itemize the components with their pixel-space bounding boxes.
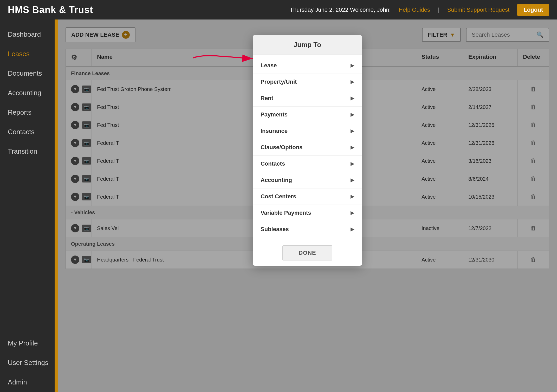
modal-item-accounting-label: Accounting [261, 177, 292, 184]
red-arrow-svg [190, 50, 258, 66]
gold-border [55, 19, 58, 392]
modal-item-rent-arrow: ▶ [351, 95, 354, 101]
modal-item-contacts-label: Contacts [261, 160, 285, 167]
modal-item-variablepayments[interactable]: Variable Payments ▶ [253, 205, 362, 221]
modal-item-variablepayments-label: Variable Payments [261, 210, 311, 216]
jump-to-modal: Jump To Lease ▶ Property/Unit ▶ Rent ▶ [253, 35, 362, 266]
modal-item-payments-arrow: ▶ [351, 112, 354, 117]
modal-item-insurance-label: Insurance [261, 128, 288, 134]
sidebar-item-admin[interactable]: Admin [0, 373, 55, 392]
sidebar-item-usersettings[interactable]: User Settings [0, 353, 55, 373]
modal-item-propertyunit-arrow: ▶ [351, 79, 354, 85]
modal-item-accounting[interactable]: Accounting ▶ [253, 172, 362, 188]
modal-item-costcenters-label: Cost Centers [261, 193, 296, 200]
modal-container: Jump To Lease ▶ Property/Unit ▶ Rent ▶ [253, 35, 362, 266]
sidebar-item-myprofile[interactable]: My Profile [0, 334, 55, 353]
modal-item-propertyunit[interactable]: Property/Unit ▶ [253, 74, 362, 90]
modal-item-subleases-label: Subleases [261, 226, 289, 233]
modal-item-propertyunit-label: Property/Unit [261, 79, 297, 85]
modal-item-clauseoptions-label: Clause/Options [261, 144, 302, 151]
help-guides-link[interactable]: Help Guides [399, 6, 430, 13]
modal-item-insurance-arrow: ▶ [351, 128, 354, 134]
modal-item-rent-label: Rent [261, 95, 273, 102]
modal-item-costcenters-arrow: ▶ [351, 194, 354, 199]
header-right: Thursday June 2, 2022 Welcome, John! Hel… [290, 4, 549, 16]
sidebar-bottom: My Profile User Settings Admin [0, 331, 55, 392]
modal-item-subleases[interactable]: Subleases ▶ [253, 221, 362, 237]
modal-item-subleases-arrow: ▶ [351, 226, 354, 232]
modal-item-rent[interactable]: Rent ▶ [253, 90, 362, 107]
header: HMS Bank & Trust Thursday June 2, 2022 W… [0, 0, 557, 19]
modal-overlay[interactable]: Jump To Lease ▶ Property/Unit ▶ Rent ▶ [58, 19, 557, 392]
modal-item-contacts[interactable]: Contacts ▶ [253, 156, 362, 172]
modal-item-variablepayments-arrow: ▶ [351, 210, 354, 216]
sidebar-item-dashboard[interactable]: Dashboard [0, 25, 55, 44]
main-content: ADD NEW LEASE + FILTER ▼ 🔍 ⚙ Name Status [58, 19, 557, 392]
modal-item-contacts-arrow: ▶ [351, 161, 354, 167]
done-button[interactable]: DONE [282, 245, 332, 260]
red-arrow-annotation [190, 50, 258, 67]
modal-item-costcenters[interactable]: Cost Centers ▶ [253, 188, 362, 205]
sidebar-item-accounting[interactable]: Accounting [0, 83, 55, 103]
modal-body: Lease ▶ Property/Unit ▶ Rent ▶ Payment [253, 55, 362, 240]
modal-item-insurance[interactable]: Insurance ▶ [253, 123, 362, 139]
modal-item-clauseoptions-arrow: ▶ [351, 145, 354, 150]
modal-item-lease[interactable]: Lease ▶ [253, 57, 362, 74]
sidebar-item-reports[interactable]: Reports [0, 103, 55, 122]
sidebar-item-documents[interactable]: Documents [0, 64, 55, 83]
app-logo: HMS Bank & Trust [8, 4, 93, 15]
modal-item-payments[interactable]: Payments ▶ [253, 107, 362, 123]
sidebar: Dashboard Leases Documents Accounting Re… [0, 19, 55, 392]
modal-item-payments-label: Payments [261, 111, 288, 118]
logout-button[interactable]: Logout [517, 4, 549, 16]
modal-item-accounting-arrow: ▶ [351, 177, 354, 183]
modal-footer: DONE [253, 240, 362, 266]
modal-item-lease-arrow: ▶ [351, 63, 354, 68]
sidebar-item-leases[interactable]: Leases [0, 44, 55, 64]
sidebar-item-contacts[interactable]: Contacts [0, 122, 55, 142]
layout: Dashboard Leases Documents Accounting Re… [0, 19, 557, 392]
modal-item-clauseoptions[interactable]: Clause/Options ▶ [253, 139, 362, 156]
support-request-link[interactable]: Submit Support Request [447, 6, 510, 13]
modal-item-lease-label: Lease [261, 62, 277, 69]
date-welcome: Thursday June 2, 2022 Welcome, John! [290, 6, 391, 13]
sidebar-item-transition[interactable]: Transition [0, 142, 55, 161]
modal-title: Jump To [253, 35, 362, 55]
